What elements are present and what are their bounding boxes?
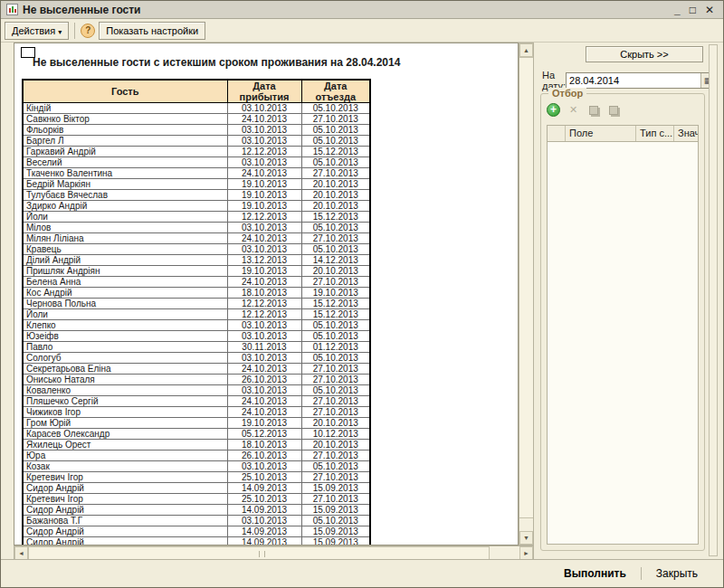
uncheck-items-icon[interactable] [606,103,620,117]
column-header-guest[interactable]: Гость [23,80,227,103]
guest-name-cell[interactable]: Веселий [23,157,227,168]
column-header-arrival[interactable]: Дата прибытия [227,80,301,103]
guest-name-cell[interactable]: Секретарьова Еліна [23,364,227,375]
maximize-icon[interactable]: □ [690,5,696,15]
departure-date-cell[interactable]: 20.10.2013 [301,190,370,201]
arrival-date-cell[interactable]: 19.10.2013 [227,266,301,277]
arrival-date-cell[interactable]: 12.12.2013 [227,309,301,320]
departure-date-cell[interactable]: 27.10.2013 [301,375,370,385]
guest-name-cell[interactable]: Кравець [23,244,227,255]
arrival-date-cell[interactable]: 19.10.2013 [227,190,301,201]
departure-date-cell[interactable]: 19.10.2013 [301,288,370,299]
guest-name-cell[interactable]: Клепко [23,320,227,331]
panel-scrollbar[interactable] [709,44,718,556]
departure-date-cell[interactable]: 27.10.2013 [301,277,370,288]
arrival-date-cell[interactable]: 19.10.2013 [227,418,301,429]
arrival-date-cell[interactable]: 03.10.2013 [227,516,301,526]
arrival-date-cell[interactable]: 12.12.2013 [227,299,301,309]
guest-name-cell[interactable]: Сидор Андрій [23,483,227,494]
departure-date-cell[interactable]: 05.10.2013 [301,157,370,168]
horizontal-scrollbar-thumb[interactable] [28,546,490,560]
arrival-date-cell[interactable]: 03.10.2013 [227,353,301,364]
arrival-date-cell[interactable]: 25.10.2013 [227,494,301,505]
guest-name-cell[interactable]: Сидор Андрій [23,505,227,516]
vertical-scrollbar-thumb[interactable] [519,57,533,518]
arrival-date-cell[interactable]: 03.10.2013 [227,331,301,342]
departure-date-cell[interactable]: 27.10.2013 [301,450,370,461]
departure-date-cell[interactable]: 05.10.2013 [301,353,370,364]
arrival-date-cell[interactable]: 03.10.2013 [227,125,301,136]
guest-name-cell[interactable]: Чижиков Ігор [23,407,227,418]
arrival-date-cell[interactable]: 03.10.2013 [227,136,301,147]
guest-name-cell[interactable]: Баргел Л [23,136,227,147]
arrival-date-cell[interactable]: 05.12.2013 [227,429,301,440]
departure-date-cell[interactable]: 05.10.2013 [301,223,370,233]
date-input[interactable] [567,73,700,88]
departure-date-cell[interactable]: 27.10.2013 [301,494,370,505]
arrival-date-cell[interactable]: 03.10.2013 [227,103,301,114]
departure-date-cell[interactable]: 20.10.2013 [301,266,370,277]
departure-date-cell[interactable]: 27.10.2013 [301,472,370,483]
guest-name-cell[interactable]: Юра [23,450,227,461]
arrival-date-cell[interactable]: 14.09.2013 [227,526,301,537]
departure-date-cell[interactable]: 27.10.2013 [301,114,370,125]
arrival-date-cell[interactable]: 12.12.2013 [227,147,301,157]
guest-name-cell[interactable]: Онисько Наталя [23,375,227,385]
arrival-date-cell[interactable]: 13.12.2013 [227,255,301,266]
arrival-date-cell[interactable]: 03.10.2013 [227,385,301,396]
actions-menu-button[interactable]: Действия▾ [5,22,69,40]
departure-date-cell[interactable]: 20.10.2013 [301,201,370,212]
guest-name-cell[interactable]: Йоли [23,212,227,223]
arrival-date-cell[interactable]: 12.12.2013 [227,212,301,223]
departure-date-cell[interactable]: 14.12.2013 [301,255,370,266]
departure-date-cell[interactable]: 05.10.2013 [301,320,370,331]
departure-date-cell[interactable]: 05.10.2013 [301,516,370,526]
departure-date-cell[interactable]: 05.10.2013 [301,385,370,396]
departure-date-cell[interactable]: 05.10.2013 [301,103,370,114]
guest-name-cell[interactable]: Яхилець Орест [23,440,227,450]
arrival-date-cell[interactable]: 19.10.2013 [227,201,301,212]
guest-name-cell[interactable]: Сидор Андрій [23,526,227,537]
guest-name-cell[interactable]: Карасев Олександр [23,429,227,440]
horizontal-scrollbar-track[interactable] [490,546,519,560]
departure-date-cell[interactable]: 15.12.2013 [301,212,370,223]
guest-name-cell[interactable]: Бедрій Маркіян [23,179,227,190]
departure-date-cell[interactable]: 20.10.2013 [301,179,370,190]
vertical-scrollbar[interactable]: ▲ ▼ [519,43,534,545]
minimize-icon[interactable]: _ [674,5,681,15]
guest-name-cell[interactable]: Йоли [23,309,227,320]
check-items-icon[interactable] [586,103,600,117]
scroll-down-icon[interactable]: ▼ [519,531,533,545]
arrival-date-cell[interactable]: 26.10.2013 [227,450,301,461]
scroll-left-icon[interactable]: ◄ [14,546,28,560]
departure-date-cell[interactable]: 15.09.2013 [301,526,370,537]
departure-date-cell[interactable]: 27.10.2013 [301,233,370,244]
departure-date-cell[interactable]: 05.10.2013 [301,125,370,136]
departure-date-cell[interactable]: 27.10.2013 [301,168,370,179]
departure-date-cell[interactable]: 27.10.2013 [301,364,370,375]
guest-name-cell[interactable]: Коваленко [23,385,227,396]
arrival-date-cell[interactable]: 14.09.2013 [227,505,301,516]
arrival-date-cell[interactable]: 24.10.2013 [227,396,301,407]
departure-date-cell[interactable]: 20.10.2013 [301,418,370,429]
help-icon[interactable]: ? [81,24,95,38]
arrival-date-cell[interactable]: 18.10.2013 [227,440,301,450]
arrival-date-cell[interactable]: 30.11.2013 [227,342,301,353]
arrival-date-cell[interactable]: 03.10.2013 [227,244,301,255]
departure-date-cell[interactable]: 05.10.2013 [301,461,370,472]
departure-date-cell[interactable]: 27.10.2013 [301,407,370,418]
guest-name-cell[interactable]: Кретевич Ігор [23,472,227,483]
guest-name-cell[interactable]: Кретевич Ігор [23,494,227,505]
departure-date-cell[interactable]: 10.12.2013 [301,429,370,440]
departure-date-cell[interactable]: 05.10.2013 [301,136,370,147]
guest-name-cell[interactable]: Ткаченко Валентина [23,168,227,179]
departure-date-cell[interactable]: 15.09.2013 [301,505,370,516]
guest-name-cell[interactable]: Белена Анна [23,277,227,288]
guest-name-cell[interactable]: Козак [23,461,227,472]
arrival-date-cell[interactable]: 03.10.2013 [227,461,301,472]
arrival-date-cell[interactable]: 18.10.2013 [227,288,301,299]
guest-name-cell[interactable]: Пляшечко Сергій [23,396,227,407]
departure-date-cell[interactable]: 01.12.2013 [301,342,370,353]
add-filter-icon[interactable]: + [547,103,560,117]
arrival-date-cell[interactable]: 03.10.2013 [227,223,301,233]
